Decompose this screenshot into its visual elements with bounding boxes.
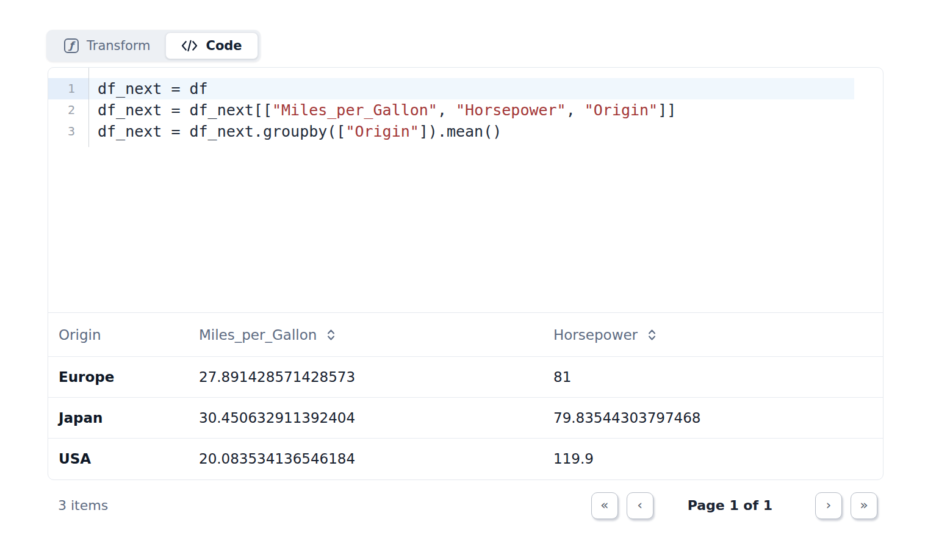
tab-code-label: Code	[206, 38, 242, 53]
page-indicator: Page 1 of 1	[688, 498, 772, 513]
table-body: Europe27.89142857142857381Japan30.450632…	[48, 357, 883, 479]
code-token: df_next = df_next[[	[98, 101, 272, 119]
column-header-miles_per_gallon[interactable]: Miles_per_Gallon	[199, 327, 553, 343]
code-token: ,	[566, 101, 585, 119]
table-row: USA20.083534136546184119.9	[48, 439, 883, 479]
cell-origin: Europe	[59, 369, 199, 385]
code-line[interactable]: df_next = df_next[["Miles_per_Gallon", "…	[89, 99, 883, 121]
line-number: 2	[48, 99, 88, 121]
code-token: ,	[437, 101, 456, 119]
code-line[interactable]: df_next = df_next.groupby(["Origin"]).me…	[89, 121, 883, 142]
column-header-label: Miles_per_Gallon	[199, 327, 317, 343]
cell-horsepower: 81	[553, 369, 883, 385]
column-header-origin: Origin	[59, 327, 199, 343]
view-toggle: ƒ Transform Code	[46, 30, 261, 62]
cell-origin: USA	[59, 451, 199, 467]
code-line[interactable]: df_next = df	[89, 78, 854, 99]
next-page-button[interactable]: ›	[815, 492, 842, 519]
function-icon: ƒ	[64, 38, 79, 53]
line-number: 3	[48, 121, 88, 142]
cell-horsepower: 119.9	[553, 451, 883, 467]
sort-icon[interactable]	[648, 329, 656, 341]
line-number: 1	[48, 78, 88, 99]
code-token: ]]	[658, 101, 676, 119]
code-token: ]).mean()	[419, 123, 502, 140]
first-page-button[interactable]: «	[591, 492, 618, 519]
cell-miles-per-gallon: 27.891428571428573	[199, 369, 553, 385]
cell-origin: Japan	[59, 410, 199, 426]
items-count: 3 items	[58, 498, 108, 513]
table-row: Europe27.89142857142857381	[48, 357, 883, 398]
last-page-button[interactable]: »	[851, 492, 877, 519]
transform-panel: 123 df_next = dfdf_next = df_next[["Mile…	[48, 67, 884, 480]
column-header-label: Origin	[59, 327, 101, 343]
code-token-string: "Origin"	[585, 101, 658, 119]
tab-transform-label: Transform	[87, 38, 150, 53]
tab-transform[interactable]: ƒ Transform	[49, 32, 165, 59]
table-row: Japan30.45063291139240479.83544303797468	[48, 398, 883, 439]
pagination: « ‹ Page 1 of 1 › »	[591, 492, 877, 519]
code-token-string: "Horsepower"	[456, 101, 566, 119]
table-footer: 3 items « ‹ Page 1 of 1 › »	[48, 480, 884, 531]
sort-icon[interactable]	[327, 329, 335, 341]
code-token: df_next = df_next.groupby([	[98, 123, 345, 140]
code-editor[interactable]: 123 df_next = dfdf_next = df_next[["Mile…	[48, 68, 883, 313]
cell-miles-per-gallon: 20.083534136546184	[199, 451, 553, 467]
cell-horsepower: 79.83544303797468	[553, 410, 883, 426]
code-token: df_next = df	[98, 80, 208, 98]
tab-code[interactable]: Code	[165, 32, 257, 59]
editor-lines: df_next = dfdf_next = df_next[["Miles_pe…	[89, 68, 883, 312]
code-token-string: "Miles_per_Gallon"	[272, 101, 437, 119]
result-table: OriginMiles_per_GallonHorsepower Europe2…	[48, 313, 883, 479]
previous-page-button[interactable]: ‹	[627, 492, 653, 519]
cell-miles-per-gallon: 30.450632911392404	[199, 410, 553, 426]
column-header-label: Horsepower	[553, 327, 638, 343]
code-token-string: "Origin"	[345, 123, 419, 140]
code-icon	[181, 40, 198, 52]
table-header-row: OriginMiles_per_GallonHorsepower	[48, 313, 883, 357]
column-header-horsepower[interactable]: Horsepower	[553, 327, 883, 343]
editor-gutter: 123	[48, 68, 89, 147]
